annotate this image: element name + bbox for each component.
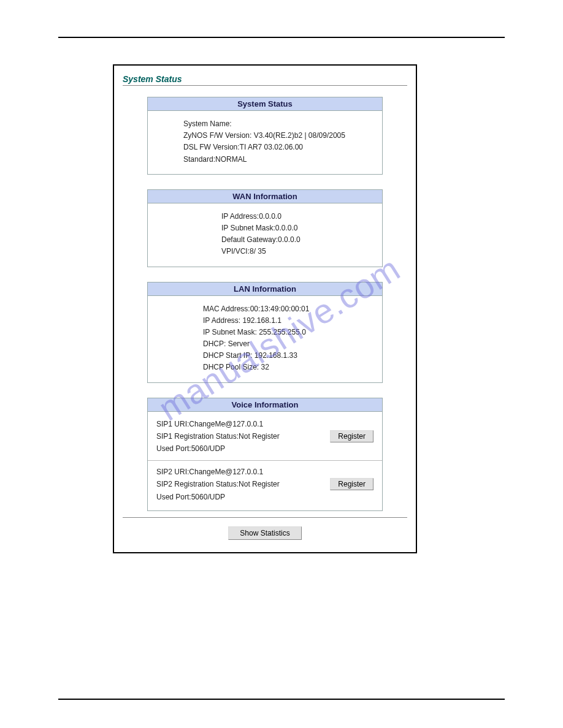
show-statistics-button[interactable]: Show Statistics (228, 526, 301, 540)
lan-dhcp-row: DHCP: Server (203, 338, 376, 350)
wan-ip-row: IP Address:0.0.0.0 (221, 211, 376, 222)
wan-body: IP Address:0.0.0.0 IP Subnet Mask:0.0.0.… (148, 203, 382, 267)
sip2-status-row: SIP2 Registration Status:Not Register Re… (156, 478, 373, 490)
sip1-status-text: SIP1 Registration Status:Not Register (156, 430, 330, 442)
sip1-uri-row: SIP1 URI:ChangeMe@127.0.0.1 (156, 418, 373, 430)
page-header-rule (58, 37, 505, 38)
lan-body: MAC Address:00:13:49:00:00:01 IP Address… (148, 296, 382, 382)
system-status-screenshot: System Status System Status System Name:… (113, 64, 417, 553)
zynos-version-row: ZyNOS F/W Version: V3.40(RE.2)b2 | 08/09… (183, 130, 376, 142)
panels-container: System Status System Name: ZyNOS F/W Ver… (147, 97, 383, 511)
system-status-body: System Name: ZyNOS F/W Version: V3.40(RE… (148, 111, 382, 174)
wan-vpi-row: VPI/VCI:8/ 35 (221, 246, 376, 257)
title-rule (123, 85, 407, 86)
voice-header: Voice Information (148, 398, 382, 412)
wan-gateway-row: Default Gateway:0.0.0.0 (221, 234, 376, 246)
page-title: System Status (123, 74, 407, 84)
standard-row: Standard:NORMAL (183, 154, 376, 165)
sip2-port-row: Used Port:5060/UDP (156, 491, 373, 503)
sip1-port-row: Used Port:5060/UDP (156, 442, 373, 455)
wan-panel: WAN Information IP Address:0.0.0.0 IP Su… (147, 189, 383, 267)
lan-dhcp-start-row: DHCP Start IP: 192.168.1.33 (203, 350, 376, 362)
sip1-register-button[interactable]: Register (330, 430, 373, 442)
voice-body: SIP1 URI:ChangeMe@127.0.0.1 SIP1 Registr… (148, 412, 382, 510)
dsl-version-row: DSL FW Version:TI AR7 03.02.06.00 (183, 142, 376, 153)
bottom-rule (123, 517, 407, 518)
sip2-register-button[interactable]: Register (330, 478, 373, 490)
voice-panel: Voice Information SIP1 URI:ChangeMe@127.… (147, 398, 383, 511)
page-footer-rule (58, 699, 505, 700)
wan-subnet-row: IP Subnet Mask:0.0.0.0 (221, 222, 376, 234)
sip2-status-text: SIP2 Registration Status:Not Register (156, 478, 330, 490)
lan-mac-row: MAC Address:00:13:49:00:00:01 (203, 303, 376, 315)
lan-subnet-row: IP Subnet Mask: 255.255.255.0 (203, 327, 376, 338)
sip2-uri-row: SIP2 URI:ChangeMe@127.0.0.1 (156, 466, 373, 478)
footer-button-row: Show Statistics (123, 526, 407, 540)
lan-dhcp-pool-row: DHCP Pool Size: 32 (203, 362, 376, 373)
wan-header: WAN Information (148, 190, 382, 203)
voice-separator (148, 460, 382, 461)
sip1-status-row: SIP1 Registration Status:Not Register Re… (156, 430, 373, 442)
lan-panel: LAN Information MAC Address:00:13:49:00:… (147, 282, 383, 383)
lan-ip-row: IP Address: 192.168.1.1 (203, 315, 376, 327)
lan-header: LAN Information (148, 282, 382, 296)
system-status-header: System Status (148, 97, 382, 111)
system-name-row: System Name: (183, 118, 376, 130)
system-status-panel: System Status System Name: ZyNOS F/W Ver… (147, 97, 383, 175)
